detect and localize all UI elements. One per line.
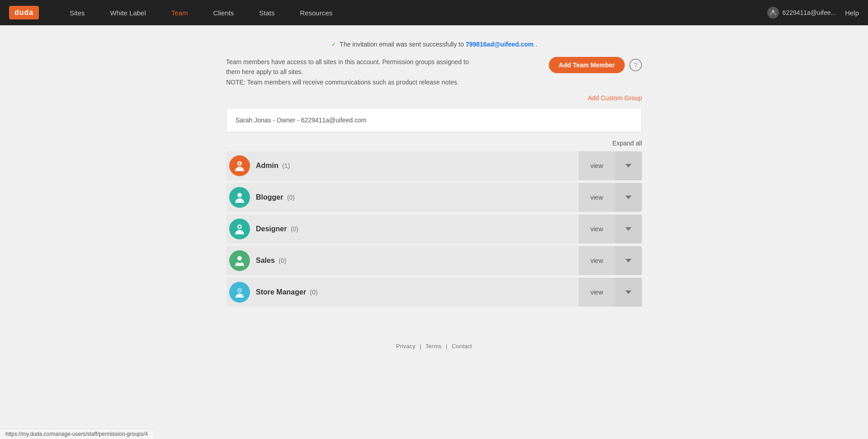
nav-resources[interactable]: Resources: [288, 0, 345, 25]
nav-sites[interactable]: Sites: [57, 0, 97, 25]
status-url: https://my.duda.co/manage-users/staff/pe…: [5, 431, 148, 437]
chevron-down-icon: [625, 259, 632, 262]
owner-text: Sarah Jonas - Owner - 6229411a@uifeed.co…: [236, 117, 367, 124]
group-count-blogger: (0): [287, 194, 295, 201]
group-count-admin: (1): [282, 162, 290, 169]
group-view-admin[interactable]: view: [579, 151, 615, 180]
group-view-sales[interactable]: view: [579, 246, 615, 275]
owner-row: Sarah Jonas - Owner - 6229411a@uifeed.co…: [226, 108, 642, 132]
avatar-circle-store-manager: [229, 282, 250, 303]
svg-rect-7: [238, 262, 241, 263]
group-count-sales: (0): [278, 257, 286, 264]
invitation-banner: ✓ The invitation email was sent successf…: [226, 34, 642, 52]
group-avatar-blogger: [226, 183, 253, 212]
navbar-right: 6229411a@uifee... Help: [767, 7, 859, 19]
svg-point-3: [237, 193, 242, 197]
status-bar: https://my.duda.co/manage-users/staff/pe…: [0, 429, 153, 439]
group-chevron-admin[interactable]: [615, 151, 642, 180]
group-avatar-store-manager: [226, 278, 253, 307]
user-avatar-icon: [767, 7, 779, 19]
footer-contact[interactable]: Contact: [452, 343, 472, 350]
group-chevron-sales[interactable]: [615, 246, 642, 275]
footer-sep2: |: [446, 343, 447, 350]
help-link[interactable]: Help: [845, 9, 859, 17]
group-chevron-blogger[interactable]: [615, 183, 642, 212]
user-info[interactable]: 6229411a@uifee...: [767, 7, 836, 19]
svg-point-5: [239, 226, 241, 228]
group-name-admin: Admin (1): [253, 162, 579, 170]
nav-stats[interactable]: Stats: [246, 0, 287, 25]
group-avatar-sales: [226, 246, 253, 275]
group-name-store-manager: Store Manager (0): [253, 288, 579, 296]
group-view-blogger[interactable]: view: [579, 183, 615, 212]
chevron-down-icon: [625, 164, 632, 168]
group-avatar-admin: [226, 151, 253, 180]
group-row-designer: Designer (0) view: [226, 215, 642, 243]
group-row-sales: Sales (0) view: [226, 246, 642, 275]
group-view-store-manager[interactable]: view: [579, 278, 615, 307]
nav-clients[interactable]: Clients: [200, 0, 246, 25]
group-count-store-manager: (0): [310, 289, 318, 296]
chevron-down-icon: [625, 196, 632, 199]
check-icon: ✓: [331, 41, 336, 48]
group-view-designer[interactable]: view: [579, 215, 615, 243]
group-row-blogger: Blogger (0) view: [226, 183, 642, 212]
group-chevron-store-manager[interactable]: [615, 278, 642, 307]
info-line1: Team members have access to all sites in…: [226, 57, 469, 67]
add-custom-group-link[interactable]: Add Custom Group: [588, 94, 642, 102]
group-avatar-designer: [226, 215, 253, 243]
user-email: 6229411a@uifee...: [783, 9, 836, 16]
info-section: Team members have access to all sites in…: [226, 57, 642, 87]
nav-team[interactable]: Team: [159, 0, 201, 25]
group-name-designer: Designer (0): [253, 225, 579, 233]
navbar: duda Sites White Label Team Clients Stat…: [0, 0, 868, 25]
chevron-down-icon: [625, 227, 632, 231]
banner-message: ✓ The invitation email was sent successf…: [226, 41, 642, 48]
group-chevron-designer[interactable]: [615, 215, 642, 243]
group-row-admin: Admin (1) view: [226, 151, 642, 180]
footer: Privacy | Terms | Contact: [226, 334, 642, 359]
svg-point-10: [239, 290, 241, 291]
info-line2: them here apply to all sites.: [226, 67, 469, 77]
add-team-member-button[interactable]: Add Team Member: [549, 57, 625, 73]
avatar-circle-admin: [229, 155, 250, 176]
main-content: ✓ The invitation email was sent successf…: [217, 25, 651, 377]
avatar-circle-blogger: [229, 187, 250, 208]
group-row-store-manager: Store Manager (0) view: [226, 278, 642, 307]
avatar-circle-designer: [229, 219, 250, 239]
footer-terms[interactable]: Terms: [425, 343, 441, 350]
group-list: Admin (1) view Blogger (0) view: [226, 151, 642, 307]
svg-point-2: [239, 163, 241, 164]
footer-privacy[interactable]: Privacy: [396, 343, 415, 350]
expand-row: Expand all: [226, 140, 642, 147]
group-name-sales: Sales (0): [253, 257, 579, 265]
group-count-designer: (0): [291, 225, 298, 233]
custom-group-row: Add Custom Group: [226, 94, 642, 102]
banner-text: The invitation email was sent successful…: [340, 41, 464, 48]
footer-sep1: |: [420, 343, 421, 350]
banner-email: 799816ad@uifeed.com: [466, 41, 534, 48]
group-name-blogger: Blogger (0): [253, 193, 579, 201]
svg-point-0: [772, 10, 774, 13]
banner-period: .: [535, 41, 537, 48]
avatar-circle-sales: [229, 250, 250, 271]
nav-links: Sites White Label Team Clients Stats Res…: [57, 0, 767, 25]
svg-point-6: [237, 256, 242, 261]
info-actions: Add Team Member ?: [549, 57, 642, 73]
nav-white-label[interactable]: White Label: [98, 0, 159, 25]
chevron-down-icon: [625, 290, 632, 294]
help-icon[interactable]: ?: [629, 59, 642, 71]
info-line3: NOTE: Team members will receive communic…: [226, 77, 469, 87]
info-text: Team members have access to all sites in…: [226, 57, 469, 87]
logo: duda: [9, 6, 39, 19]
expand-all-button[interactable]: Expand all: [613, 140, 642, 147]
